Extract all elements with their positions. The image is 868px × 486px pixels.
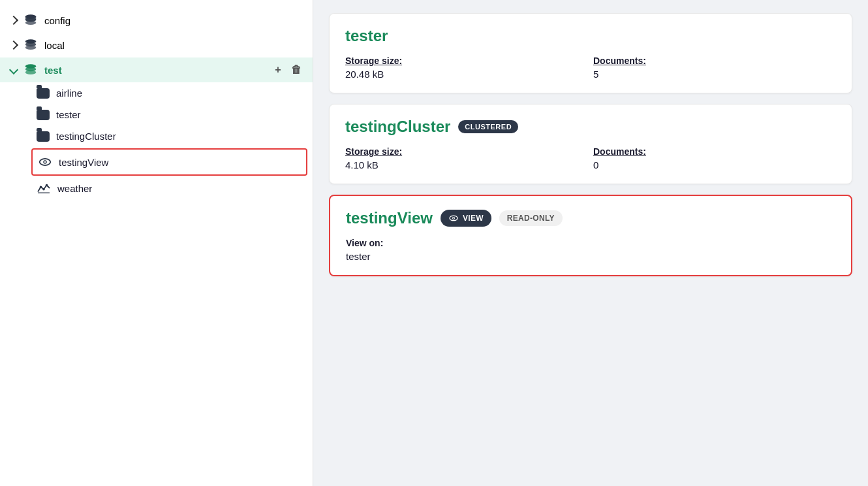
svg-point-13 (40, 186, 42, 188)
card-tester-title: tester (345, 27, 836, 45)
eye-icon-badge (448, 213, 459, 223)
readonly-badge: READ-ONLY (499, 210, 563, 226)
timeseries-icon (37, 182, 51, 194)
chevron-right-icon (9, 16, 18, 25)
svg-point-11 (44, 161, 46, 163)
card-testingCluster-stats: Storage size: 4.10 kB Documents: 0 (345, 146, 836, 170)
sidebar-item-local[interactable]: local (0, 33, 313, 57)
sidebar-item-testingView-label: testingView (59, 157, 108, 168)
sidebar-item-local-label: local (44, 40, 65, 51)
database-icon (23, 13, 38, 27)
view-badge: VIEW (441, 210, 491, 227)
card-testingView-title: testingView VIEW READ-ONLY (346, 209, 835, 227)
sidebar-item-test[interactable]: test + 🗑 (0, 57, 313, 82)
sidebar-item-testingCluster[interactable]: testingCluster (26, 125, 313, 147)
documents-label: Documents: (593, 146, 836, 157)
sidebar-item-airline-label: airline (56, 88, 82, 99)
view-on-section: View on: tester (346, 238, 835, 262)
svg-point-8 (25, 70, 37, 74)
storage-size-label: Storage size: (345, 146, 588, 157)
main-content: tester Storage size: 20.48 kB Documents:… (313, 0, 868, 486)
folder-icon (37, 88, 50, 99)
folder-icon (37, 110, 50, 120)
test-children: airline tester testingCluster testingVie… (0, 82, 313, 199)
sidebar-item-test-label: test (44, 65, 62, 76)
svg-point-18 (453, 218, 454, 219)
svg-point-2 (25, 20, 37, 24)
database-icon (23, 38, 38, 52)
storage-size-stat: Storage size: 4.10 kB (345, 146, 588, 170)
eye-icon (38, 155, 52, 169)
documents-stat: Documents: 5 (593, 56, 836, 80)
documents-stat: Documents: 0 (593, 146, 836, 170)
clustered-badge: CLUSTERED (458, 120, 518, 133)
add-collection-button[interactable]: + (272, 64, 284, 76)
storage-size-value: 4.10 kB (345, 159, 588, 170)
svg-point-14 (42, 188, 45, 191)
delete-database-button[interactable]: 🗑 (290, 64, 302, 76)
sidebar-item-tester-label: tester (56, 109, 81, 120)
sidebar: config local test + 🗑 airline (0, 0, 313, 486)
documents-value: 0 (593, 159, 836, 170)
storage-size-label: Storage size: (345, 56, 588, 66)
card-testingCluster: testingCluster CLUSTERED Storage size: 4… (329, 104, 852, 184)
documents-value: 5 (593, 69, 836, 80)
chevron-right-icon (9, 40, 18, 50)
svg-point-5 (25, 45, 37, 49)
sidebar-item-testingView[interactable]: testingView (31, 148, 307, 176)
card-tester-stats: Storage size: 20.48 kB Documents: 5 (345, 56, 836, 80)
sidebar-item-testingCluster-label: testingCluster (56, 131, 116, 142)
sidebar-item-airline[interactable]: airline (26, 82, 313, 104)
card-testingCluster-title: testingCluster CLUSTERED (345, 118, 836, 136)
storage-size-stat: Storage size: 20.48 kB (345, 56, 588, 80)
database-icon-active (23, 63, 38, 77)
folder-icon (37, 131, 50, 142)
sidebar-item-weather-label: weather (57, 183, 92, 194)
view-on-label: View on: (346, 238, 835, 248)
sidebar-item-tester[interactable]: tester (26, 104, 313, 125)
view-on-value: tester (346, 251, 835, 262)
sidebar-item-config-label: config (44, 15, 70, 26)
svg-point-15 (46, 184, 48, 187)
sidebar-item-weather[interactable]: weather (26, 177, 313, 199)
chevron-down-icon (9, 65, 18, 74)
sidebar-item-config[interactable]: config (0, 8, 313, 33)
card-tester: tester Storage size: 20.48 kB Documents:… (329, 13, 852, 93)
test-group-actions: + 🗑 (272, 64, 302, 76)
storage-size-value: 20.48 kB (345, 69, 588, 80)
card-testingView: testingView VIEW READ-ONLY View on: test… (329, 195, 852, 276)
documents-label: Documents: (593, 56, 836, 66)
